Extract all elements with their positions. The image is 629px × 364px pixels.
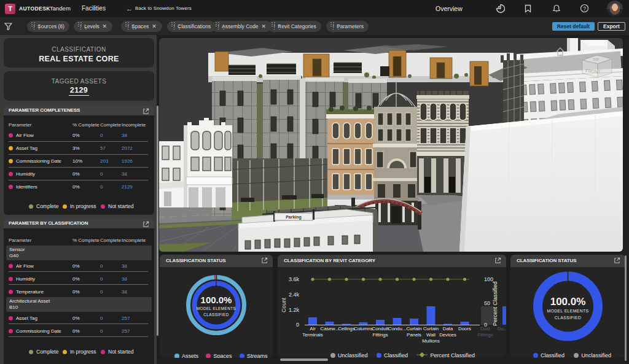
svg-text:MODEL ELEMENTS: MODEL ELEMENTS	[197, 306, 236, 311]
svg-text:100.0%: 100.0%	[201, 295, 232, 305]
svg-text:Doors: Doors	[458, 326, 471, 331]
svg-text:Casew...: Casew...	[321, 326, 339, 331]
svg-text:Count: Count	[281, 297, 287, 312]
svg-text:50: 50	[484, 300, 490, 306]
svg-text:MODEL ELEMENTS: MODEL ELEMENTS	[547, 309, 588, 313]
svg-text:CLASSIFIED: CLASSIFIED	[555, 316, 582, 320]
svg-text:Mullions: Mullions	[422, 338, 440, 344]
svg-text:Data: Data	[443, 326, 453, 331]
svg-text:Fittings: Fittings	[477, 332, 493, 338]
svg-text:0: 0	[296, 322, 299, 328]
svg-text:3.6k: 3.6k	[289, 276, 300, 282]
svg-text:1.2k: 1.2k	[289, 307, 300, 313]
svg-text:Parking: Parking	[286, 215, 302, 220]
svg-text:Du...: Du...	[498, 326, 506, 331]
svg-text:Devices: Devices	[439, 332, 456, 338]
svg-text:CLASSIFIED: CLASSIFIED	[203, 312, 229, 317]
svg-text:Wall: Wall	[426, 332, 436, 338]
svg-text:Conduit: Conduit	[372, 326, 389, 331]
svg-text:Condu...: Condu...	[388, 326, 406, 331]
svg-text:?: ?	[583, 6, 586, 12]
svg-text:Curtain: Curtain	[406, 326, 421, 331]
svg-text:Columns: Columns	[354, 326, 373, 331]
svg-text:Panels: Panels	[407, 332, 421, 338]
svg-text:Terminals: Terminals	[302, 332, 322, 338]
svg-text:Air: Air	[310, 326, 316, 331]
svg-text:TOP: TOP	[593, 58, 600, 61]
svg-text:FRONT: FRONT	[585, 69, 601, 74]
svg-text:Duct: Duct	[480, 326, 491, 331]
svg-text:Ceilings: Ceilings	[338, 326, 355, 331]
svg-text:Curtain: Curtain	[423, 326, 439, 331]
svg-text:2.4k: 2.4k	[289, 292, 300, 298]
svg-text:100.0%: 100.0%	[550, 296, 586, 308]
svg-text:Fittings: Fittings	[372, 332, 388, 338]
